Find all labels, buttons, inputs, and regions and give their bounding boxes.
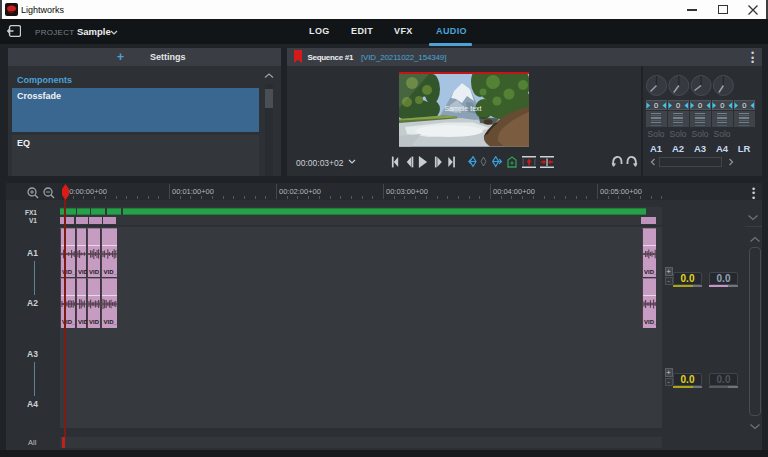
svg-text:Sample text: Sample text	[445, 105, 482, 113]
